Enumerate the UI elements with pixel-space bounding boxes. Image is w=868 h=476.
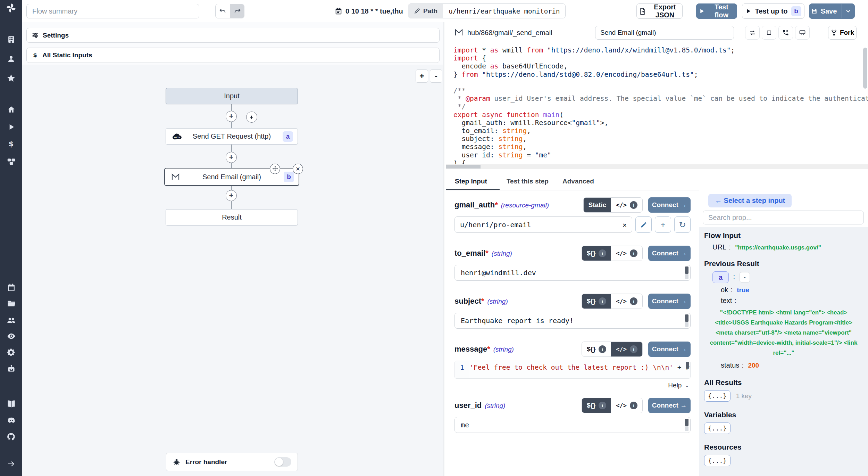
resources-object-badge[interactable]: {...} bbox=[704, 455, 731, 466]
info-icon[interactable]: i bbox=[599, 402, 606, 409]
input-mode-toggle[interactable]: Static</>i bbox=[583, 197, 643, 213]
sidebar-item-schedules[interactable] bbox=[4, 281, 18, 293]
connect-button[interactable]: Connect → bbox=[648, 398, 691, 413]
webhook-phone-icon[interactable] bbox=[778, 26, 793, 40]
sidebar-item-audit-logs[interactable] bbox=[4, 330, 18, 342]
sidebar-item-workers[interactable] bbox=[4, 363, 18, 375]
sidebar-item-home[interactable] bbox=[4, 104, 18, 115]
test-flow-button[interactable]: Test flow bbox=[696, 3, 737, 19]
info-icon[interactable]: i bbox=[630, 345, 637, 353]
connect-button[interactable]: Connect → bbox=[648, 342, 691, 357]
info-icon[interactable]: i bbox=[599, 249, 606, 257]
info-icon[interactable]: i bbox=[630, 201, 637, 209]
undo-button[interactable] bbox=[216, 4, 230, 18]
sidebar-item-variables[interactable]: $ bbox=[4, 138, 18, 150]
code-mode-segment[interactable]: </>i bbox=[611, 198, 642, 212]
sidebar-item-settings[interactable] bbox=[4, 346, 18, 358]
sidebar-item-user[interactable] bbox=[4, 53, 18, 65]
sidebar-item-workspace[interactable] bbox=[4, 33, 18, 45]
insert-step-button[interactable]: + bbox=[226, 111, 237, 122]
textarea-scrollbar[interactable] bbox=[685, 314, 688, 327]
info-icon[interactable]: i bbox=[630, 249, 637, 257]
text-value[interactable]: "<!DOCTYPE html> <html lang="en"> <head>… bbox=[707, 307, 860, 358]
graph-node-result[interactable]: Result bbox=[166, 209, 298, 225]
subject-input[interactable]: Earthquake report is ready! bbox=[454, 313, 691, 329]
resource-path-input[interactable]: u/henri/pro-email✕ bbox=[454, 216, 632, 233]
test-up-to-button[interactable]: Test up to b bbox=[742, 3, 804, 19]
connect-button[interactable]: Connect → bbox=[648, 294, 691, 309]
export-json-button[interactable]: Export JSON bbox=[636, 3, 683, 19]
sidebar-item-folders[interactable] bbox=[4, 297, 18, 309]
template-mode-segment[interactable]: ${}i bbox=[582, 294, 611, 309]
flow-path-chip[interactable]: Path u/henri/earthquake_monitorin bbox=[408, 3, 566, 18]
flow-input-url-row[interactable]: URL: "https://earthquake.usgs.gov/" bbox=[712, 243, 863, 251]
move-step-handle[interactable] bbox=[270, 164, 280, 174]
info-icon[interactable]: i bbox=[630, 297, 637, 305]
sidebar-item-runs[interactable] bbox=[4, 121, 18, 133]
delete-step-button[interactable]: ✕ bbox=[293, 164, 303, 174]
save-dropdown-button[interactable] bbox=[842, 4, 854, 18]
result-status-row[interactable]: status: 200 bbox=[721, 361, 863, 369]
tab-advanced[interactable]: Advanced bbox=[556, 174, 601, 190]
result-text-row[interactable]: text: bbox=[721, 297, 863, 305]
fork-button[interactable]: Fork bbox=[828, 26, 857, 40]
sidebar-item-docs[interactable] bbox=[4, 398, 18, 410]
sidebar-item-resources[interactable] bbox=[4, 156, 18, 167]
textarea-scrollbar[interactable] bbox=[685, 419, 688, 431]
info-icon[interactable]: i bbox=[599, 297, 606, 305]
input-mode-toggle[interactable]: ${}i</>i bbox=[582, 398, 643, 413]
save-button[interactable]: Save bbox=[809, 3, 855, 19]
graph-node-input[interactable]: Input bbox=[166, 88, 298, 104]
result-step-badge[interactable]: a bbox=[712, 271, 729, 283]
tab-step-input[interactable]: Step Input bbox=[446, 174, 500, 190]
sidebar-item-discord[interactable] bbox=[4, 415, 18, 426]
select-step-input-pill[interactable]: ← Select a step input bbox=[708, 194, 792, 207]
sync-icon[interactable] bbox=[745, 26, 760, 40]
expression-editor[interactable]: 1'Feel free to check out the latest repo… bbox=[454, 361, 691, 379]
search-prop-input[interactable] bbox=[703, 211, 864, 224]
collapse-sidebar-icon[interactable] bbox=[4, 458, 18, 470]
refresh-resource-button[interactable]: ↻ bbox=[674, 216, 691, 233]
help-link[interactable]: Help bbox=[668, 381, 682, 389]
all-results-object-badge[interactable]: {...} bbox=[704, 390, 731, 402]
sidebar-item-groups[interactable] bbox=[4, 314, 18, 326]
code-mode-segment[interactable]: </>i bbox=[611, 342, 642, 356]
windmill-logo-icon[interactable] bbox=[6, 3, 16, 13]
connect-button[interactable]: Connect → bbox=[648, 197, 691, 213]
code-horizontal-scrollbar[interactable] bbox=[446, 164, 868, 169]
code-editor[interactable]: import * as wmill from "https://deno.lan… bbox=[446, 43, 868, 169]
input-mode-toggle[interactable]: ${}i</>i bbox=[582, 342, 643, 357]
template-mode-segment[interactable]: ${}i bbox=[582, 398, 611, 413]
code-mode-segment[interactable]: </>i bbox=[611, 294, 642, 309]
zoom-in-button[interactable]: + bbox=[416, 69, 428, 83]
all-static-inputs-button[interactable]: $ All Static Inputs bbox=[26, 48, 440, 63]
flow-settings-button[interactable]: Settings bbox=[26, 28, 440, 43]
user_id-input[interactable]: me bbox=[454, 417, 691, 433]
insert-step-button[interactable]: + bbox=[226, 190, 237, 201]
editor-scrollbar[interactable] bbox=[686, 362, 689, 369]
add-resource-button[interactable]: + bbox=[655, 216, 671, 233]
tab-test-this-step[interactable]: Test this step bbox=[500, 174, 556, 190]
textarea-scrollbar[interactable] bbox=[685, 266, 688, 279]
info-icon[interactable]: i bbox=[630, 402, 637, 409]
graph-node-http-get[interactable]: HTTP Send GET Request (http) a bbox=[166, 128, 298, 145]
to_email-input[interactable]: henri@windmill.dev bbox=[454, 265, 691, 281]
code-mode-segment[interactable]: </>i bbox=[611, 246, 642, 261]
expand-icon[interactable] bbox=[762, 26, 776, 40]
board-icon[interactable] bbox=[795, 26, 810, 40]
template-mode-segment[interactable]: ${}i bbox=[582, 342, 611, 356]
template-mode-segment[interactable]: ${}i bbox=[582, 246, 611, 261]
zoom-out-button[interactable]: - bbox=[430, 69, 442, 83]
static-mode-segment[interactable]: Static bbox=[584, 198, 611, 212]
flow-summary-input[interactable] bbox=[26, 4, 199, 18]
redo-button[interactable] bbox=[230, 4, 244, 18]
sidebar-item-favorites[interactable] bbox=[4, 72, 18, 84]
schedule-summary[interactable]: 0 10 18 * * tue,thu bbox=[335, 0, 403, 22]
variables-object-badge[interactable]: {...} bbox=[704, 422, 731, 434]
connect-button[interactable]: Connect → bbox=[648, 246, 691, 261]
insert-step-button[interactable]: + bbox=[226, 152, 237, 163]
input-mode-toggle[interactable]: ${}i</>i bbox=[582, 246, 643, 261]
code-mode-segment[interactable]: </>i bbox=[611, 398, 642, 413]
sidebar-item-github[interactable] bbox=[4, 431, 18, 443]
edit-path-button[interactable]: Path bbox=[408, 4, 443, 18]
